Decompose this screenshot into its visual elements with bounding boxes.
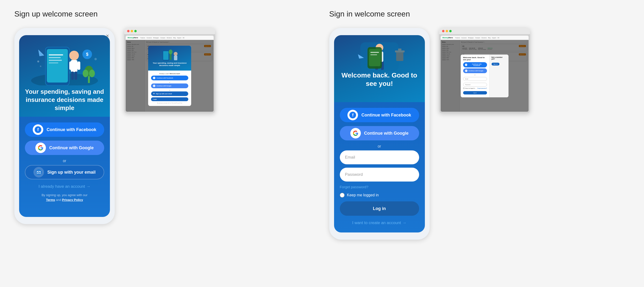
- arrow-right-icon-2: →: [402, 220, 406, 225]
- svg-rect-5: [49, 60, 62, 61]
- google-icon: [38, 145, 44, 151]
- signup-google-button[interactable]: Continue with Google: [25, 141, 104, 155]
- signin-nav-decisions[interactable]: Decisions: [482, 37, 487, 39]
- signin-google-button[interactable]: Continue with Google: [340, 126, 419, 140]
- browser-dot-red[interactable]: [127, 30, 130, 32]
- signin-dot-green[interactable]: [449, 30, 452, 32]
- privacy-link[interactable]: Privacy Policy: [62, 198, 83, 202]
- nav-compare[interactable]: Compare: [160, 37, 165, 39]
- signin-browser-nav: Features Insurance Mortgages Compare Dec…: [455, 37, 499, 39]
- signin-email-input[interactable]: [340, 150, 419, 164]
- signin-modal-signup-label: Sign Up: [494, 63, 498, 65]
- signin-nav-insurance[interactable]: Insurance: [462, 37, 467, 39]
- signin-nav-support[interactable]: Support: [492, 37, 496, 39]
- signup-facebook-button[interactable]: f Continue with Facebook: [25, 122, 104, 137]
- signin-keep-logged-radio[interactable]: [340, 193, 344, 198]
- signin-browser-dots: [442, 30, 452, 32]
- svg-rect-4: [49, 57, 61, 58]
- browser-dot-yellow[interactable]: [131, 30, 133, 32]
- signin-nav-compare[interactable]: Compare: [475, 37, 480, 39]
- svg-point-21: [37, 61, 39, 62]
- page-layout: Sign up welcome screen ×: [14, 10, 630, 240]
- svg-point-29: [174, 52, 178, 56]
- svg-rect-41: [396, 52, 403, 61]
- signin-dot-yellow[interactable]: [446, 30, 448, 32]
- signup-already-account-link[interactable]: I already have an account →: [25, 184, 104, 189]
- browser-nav: Features Insurance Mortgages Compare Dec…: [140, 37, 184, 39]
- signin-create-account-link[interactable]: I want to create an account →: [340, 220, 419, 225]
- svg-rect-40: [370, 54, 377, 55]
- browser-dot-green[interactable]: [134, 30, 137, 32]
- modal-email-label: Sign up with your email: [156, 93, 172, 95]
- signin-modal-email-input[interactable]: [463, 77, 487, 81]
- signup-modal-top: Your spending, saving and insurance deci…: [148, 46, 191, 71]
- svg-point-19: [83, 70, 88, 77]
- signin-modal-title: Welcome back. Good to see you!: [463, 57, 487, 61]
- signup-phone-hero: $: [19, 35, 110, 117]
- signup-illustration: $: [24, 42, 105, 85]
- svg-point-7: [69, 51, 79, 60]
- signin-facebook-button[interactable]: f Continue with Facebook: [340, 108, 419, 122]
- modal-illustration: [160, 49, 179, 61]
- signin-modal-forgot[interactable]: Forgot password?: [477, 88, 487, 89]
- svg-rect-6: [49, 62, 58, 63]
- signin-nav-mortgages[interactable]: Mortgages: [468, 37, 474, 39]
- svg-rect-42: [395, 51, 404, 52]
- browser-dots: [127, 30, 137, 32]
- modal-google-label: Continue with Google: [156, 85, 171, 87]
- signin-browser-modal-overlay: Welcome back. Good to see you! f Continu…: [441, 40, 528, 112]
- signin-nav-features[interactable]: Features: [455, 37, 460, 39]
- create-account-text: I want to create an account: [352, 220, 401, 225]
- signin-modal-not-member: Not a member yet?: [492, 57, 506, 60]
- signin-password-input[interactable]: [340, 168, 419, 181]
- nav-insurance[interactable]: Insurance: [146, 37, 152, 39]
- signin-browser-logo: MoneyHero: [442, 37, 453, 39]
- signin-phone-hero: Welcome back. Good to see you!: [334, 35, 425, 102]
- signin-nav-lang[interactable]: EN: [498, 37, 499, 39]
- svg-rect-39: [370, 52, 379, 53]
- signin-browser-inner: MoneyHero Features Insurance Mortgages C…: [441, 36, 528, 112]
- signin-modal-keep-checkbox[interactable]: [463, 88, 464, 89]
- signin-facebook-label: Continue with Facebook: [361, 113, 411, 118]
- facebook-icon-2: f: [349, 112, 356, 118]
- modal-email-btn[interactable]: ✉ Sign up with your email: [151, 91, 188, 96]
- signup-terms: By signing up, you agree with our Terms …: [25, 193, 104, 202]
- nav-features[interactable]: Features: [140, 37, 145, 39]
- signup-browser-bar: [124, 28, 215, 34]
- nav-lang[interactable]: EN: [183, 37, 184, 39]
- signup-content: ×: [14, 28, 315, 224]
- nav-mortgages[interactable]: Mortgages: [153, 37, 159, 39]
- signin-modal-keep-logged: Keep me logged in Forgot password?: [463, 88, 487, 89]
- nav-support[interactable]: Support: [177, 37, 181, 39]
- signin-modal-signup-btn[interactable]: Sign Up: [492, 63, 500, 66]
- signin-modal-facebook-btn[interactable]: f Continue with Facebook: [463, 62, 487, 68]
- signin-modal-login-btn[interactable]: Log In: [463, 91, 487, 95]
- signin-dot-red[interactable]: [442, 30, 444, 32]
- modal-login-btn[interactable]: Login: [151, 97, 188, 101]
- signin-forgot-password-link[interactable]: Forget password?: [340, 185, 419, 189]
- signup-phone-body: f Continue with Facebook: [19, 117, 110, 217]
- modal-facebook-label: Continue with Facebook: [156, 77, 173, 79]
- signup-email-button[interactable]: Sign up with your email: [25, 165, 104, 179]
- signin-modal-google-btn[interactable]: G Continue with Google: [463, 68, 487, 73]
- welcome-back-text: Welcome back!: [170, 73, 180, 74]
- google-icon-2: [353, 130, 358, 136]
- modal-terms: By signing up, you agree with our Terms …: [151, 102, 188, 104]
- signin-browser-mockup: MoneyHero Features Insurance Mortgages C…: [439, 28, 530, 113]
- signup-browser-mockup: MoneyHero Features Insurance Mortgages C…: [124, 28, 215, 113]
- terms-link[interactable]: Terms: [46, 198, 55, 202]
- signin-nav-blog[interactable]: Blog: [488, 37, 490, 39]
- arrow-right-icon: →: [86, 184, 90, 189]
- signup-browser-inner: MoneyHero Features Insurance Mortgages C…: [126, 36, 214, 112]
- signin-browser-body: Refine MoneyHero picks AIG Allianz: [441, 40, 528, 112]
- signin-login-button[interactable]: Log in: [340, 201, 419, 216]
- modal-google-btn[interactable]: G Continue with Google: [151, 84, 188, 88]
- signin-browser-modal: Welcome back. Good to see you! f Continu…: [461, 55, 508, 97]
- svg-point-20: [89, 70, 95, 77]
- nav-decisions[interactable]: Decisions: [166, 37, 172, 39]
- nav-blog[interactable]: Blog: [173, 37, 176, 39]
- svg-rect-9: [69, 62, 72, 70]
- modal-facebook-btn[interactable]: f Continue with Facebook: [151, 76, 188, 80]
- signup-browser-content: MoneyHero Features Insurance Mortgages C…: [124, 34, 215, 113]
- signin-modal-password-input[interactable]: [463, 83, 487, 87]
